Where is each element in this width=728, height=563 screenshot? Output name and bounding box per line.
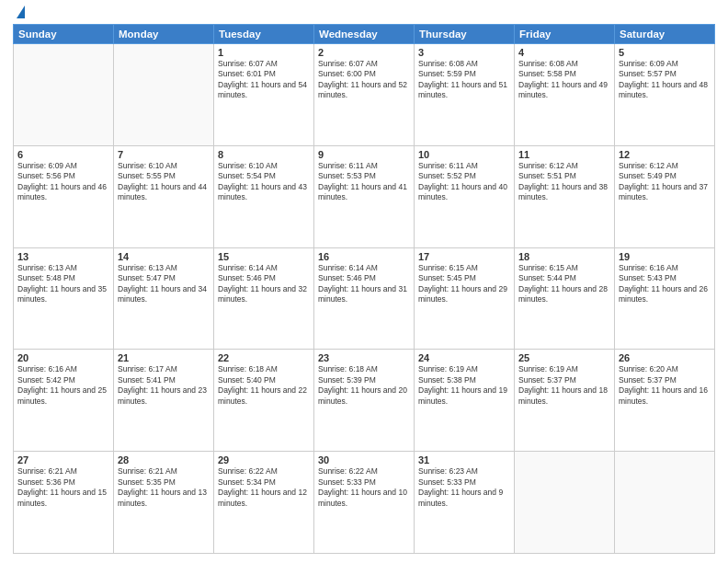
calendar-week-row: 13Sunrise: 6:13 AMSunset: 5:48 PMDayligh… [14,247,715,350]
calendar-header-wednesday: Wednesday [314,25,415,44]
calendar-week-row: 6Sunrise: 6:09 AMSunset: 5:56 PMDaylight… [14,145,715,247]
calendar-cell: 9Sunrise: 6:11 AMSunset: 5:53 PMDaylight… [314,145,415,247]
cell-info: Sunrise: 6:19 AMSunset: 5:38 PMDaylight:… [418,364,510,407]
calendar-cell: 13Sunrise: 6:13 AMSunset: 5:48 PMDayligh… [14,247,114,350]
calendar-cell [114,44,214,146]
cell-info: Sunrise: 6:18 AMSunset: 5:40 PMDaylight:… [218,364,310,407]
cell-info: Sunrise: 6:07 AMSunset: 6:01 PMDaylight:… [218,59,310,101]
cell-info: Sunrise: 6:17 AMSunset: 5:41 PMDaylight:… [118,364,210,407]
day-number: 9 [318,149,410,160]
calendar-cell: 1Sunrise: 6:07 AMSunset: 6:01 PMDaylight… [214,44,314,146]
calendar-cell: 14Sunrise: 6:13 AMSunset: 5:47 PMDayligh… [114,247,214,350]
calendar-header-thursday: Thursday [415,25,515,44]
day-number: 10 [418,149,510,160]
cell-info: Sunrise: 6:09 AMSunset: 5:56 PMDaylight:… [17,161,109,203]
cell-info: Sunrise: 6:21 AMSunset: 5:36 PMDaylight:… [17,466,109,509]
calendar-header-saturday: Saturday [615,25,715,44]
calendar-cell: 25Sunrise: 6:19 AMSunset: 5:37 PMDayligh… [515,350,615,452]
day-number: 19 [619,251,711,262]
cell-info: Sunrise: 6:16 AMSunset: 5:43 PMDaylight:… [619,263,711,305]
day-number: 25 [518,352,610,363]
day-number: 15 [218,251,310,262]
cell-info: Sunrise: 6:12 AMSunset: 5:49 PMDaylight:… [619,161,711,203]
calendar-table: SundayMondayTuesdayWednesdayThursdayFrid… [13,24,715,554]
calendar-cell: 17Sunrise: 6:15 AMSunset: 5:45 PMDayligh… [415,247,515,350]
cell-info: Sunrise: 6:11 AMSunset: 5:53 PMDaylight:… [318,161,410,203]
day-number: 13 [17,251,109,262]
calendar-header-row: SundayMondayTuesdayWednesdayThursdayFrid… [14,25,715,44]
header [13,9,715,18]
day-number: 22 [218,352,310,363]
calendar-cell: 27Sunrise: 6:21 AMSunset: 5:36 PMDayligh… [14,452,114,554]
day-number: 1 [218,47,310,58]
calendar-cell: 29Sunrise: 6:22 AMSunset: 5:34 PMDayligh… [214,452,314,554]
day-number: 18 [518,251,610,262]
logo [13,9,25,18]
logo-triangle-icon [17,6,25,18]
calendar-cell: 24Sunrise: 6:19 AMSunset: 5:38 PMDayligh… [415,350,515,452]
cell-info: Sunrise: 6:09 AMSunset: 5:57 PMDaylight:… [619,59,711,101]
cell-info: Sunrise: 6:20 AMSunset: 5:37 PMDaylight:… [619,364,711,407]
day-number: 20 [17,352,109,363]
cell-info: Sunrise: 6:14 AMSunset: 5:46 PMDaylight:… [218,263,310,305]
day-number: 28 [118,454,210,465]
calendar-cell: 16Sunrise: 6:14 AMSunset: 5:46 PMDayligh… [314,247,415,350]
day-number: 5 [619,47,711,58]
cell-info: Sunrise: 6:12 AMSunset: 5:51 PMDaylight:… [518,161,610,203]
day-number: 26 [619,352,711,363]
day-number: 14 [118,251,210,262]
cell-info: Sunrise: 6:10 AMSunset: 5:54 PMDaylight:… [218,161,310,203]
cell-info: Sunrise: 6:08 AMSunset: 5:59 PMDaylight:… [418,59,510,101]
calendar-cell [515,452,615,554]
cell-info: Sunrise: 6:22 AMSunset: 5:33 PMDaylight:… [318,466,410,509]
calendar-cell [615,452,715,554]
calendar-cell: 6Sunrise: 6:09 AMSunset: 5:56 PMDaylight… [14,145,114,247]
day-number: 11 [518,149,610,160]
cell-info: Sunrise: 6:19 AMSunset: 5:37 PMDaylight:… [518,364,610,407]
calendar-cell: 3Sunrise: 6:08 AMSunset: 5:59 PMDaylight… [415,44,515,146]
cell-info: Sunrise: 6:21 AMSunset: 5:35 PMDaylight:… [118,466,210,509]
day-number: 6 [17,149,109,160]
calendar-cell: 28Sunrise: 6:21 AMSunset: 5:35 PMDayligh… [114,452,214,554]
calendar-cell: 23Sunrise: 6:18 AMSunset: 5:39 PMDayligh… [314,350,415,452]
calendar-cell: 30Sunrise: 6:22 AMSunset: 5:33 PMDayligh… [314,452,415,554]
calendar-cell [14,44,114,146]
cell-info: Sunrise: 6:07 AMSunset: 6:00 PMDaylight:… [318,59,410,101]
page: SundayMondayTuesdayWednesdayThursdayFrid… [0,0,728,563]
calendar-week-row: 27Sunrise: 6:21 AMSunset: 5:36 PMDayligh… [14,452,715,554]
calendar-header-tuesday: Tuesday [214,25,314,44]
day-number: 27 [17,454,109,465]
day-number: 31 [418,454,510,465]
day-number: 16 [318,251,410,262]
calendar-header-monday: Monday [114,25,214,44]
cell-info: Sunrise: 6:18 AMSunset: 5:39 PMDaylight:… [318,364,410,407]
cell-info: Sunrise: 6:22 AMSunset: 5:34 PMDaylight:… [218,466,310,509]
cell-info: Sunrise: 6:11 AMSunset: 5:52 PMDaylight:… [418,161,510,203]
day-number: 21 [118,352,210,363]
calendar-cell: 4Sunrise: 6:08 AMSunset: 5:58 PMDaylight… [515,44,615,146]
calendar-cell: 19Sunrise: 6:16 AMSunset: 5:43 PMDayligh… [615,247,715,350]
cell-info: Sunrise: 6:13 AMSunset: 5:48 PMDaylight:… [17,263,109,305]
cell-info: Sunrise: 6:10 AMSunset: 5:55 PMDaylight:… [118,161,210,203]
day-number: 2 [318,47,410,58]
calendar-cell: 20Sunrise: 6:16 AMSunset: 5:42 PMDayligh… [14,350,114,452]
calendar-cell: 26Sunrise: 6:20 AMSunset: 5:37 PMDayligh… [615,350,715,452]
day-number: 8 [218,149,310,160]
calendar-week-row: 20Sunrise: 6:16 AMSunset: 5:42 PMDayligh… [14,350,715,452]
calendar-cell: 11Sunrise: 6:12 AMSunset: 5:51 PMDayligh… [515,145,615,247]
calendar-header-friday: Friday [515,25,615,44]
calendar-header-sunday: Sunday [14,25,114,44]
day-number: 7 [118,149,210,160]
calendar-cell: 7Sunrise: 6:10 AMSunset: 5:55 PMDaylight… [114,145,214,247]
day-number: 24 [418,352,510,363]
day-number: 29 [218,454,310,465]
day-number: 12 [619,149,711,160]
calendar-cell: 12Sunrise: 6:12 AMSunset: 5:49 PMDayligh… [615,145,715,247]
calendar-cell: 18Sunrise: 6:15 AMSunset: 5:44 PMDayligh… [515,247,615,350]
cell-info: Sunrise: 6:13 AMSunset: 5:47 PMDaylight:… [118,263,210,305]
cell-info: Sunrise: 6:14 AMSunset: 5:46 PMDaylight:… [318,263,410,305]
day-number: 30 [318,454,410,465]
day-number: 17 [418,251,510,262]
calendar-cell: 5Sunrise: 6:09 AMSunset: 5:57 PMDaylight… [615,44,715,146]
day-number: 4 [518,47,610,58]
